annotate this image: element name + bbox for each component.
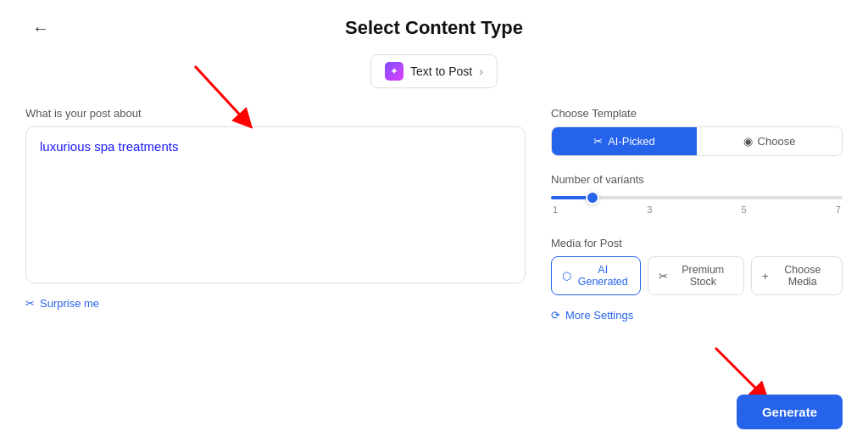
template-ai-picked[interactable]: ✂ AI-Picked: [552, 127, 697, 155]
content-type-label: Text to Post: [410, 64, 472, 78]
media-section: Media for Post ⬡ AI Generated ✂ Premium …: [551, 237, 843, 295]
surprise-icon: ✂: [25, 297, 35, 310]
slider-container: 1 3 5 7: [551, 193, 843, 221]
slider-track: [551, 196, 843, 199]
choose-label: Choose: [758, 135, 796, 148]
more-settings-button[interactable]: ⟳ More Settings: [551, 309, 633, 322]
back-button[interactable]: ←: [25, 15, 56, 42]
surprise-me-label: Surprise me: [40, 297, 99, 310]
slider-label-1: 1: [553, 204, 558, 215]
right-panel: Choose Template ✂ AI-Picked ◉ Choose Num…: [551, 107, 843, 322]
slider-labels: 1 3 5 7: [551, 204, 843, 215]
slider-label-3: 3: [647, 204, 652, 215]
variants-section: Number of variants 1 3 5 7: [551, 173, 843, 221]
page-header: ← Select Content Type: [25, 17, 843, 39]
media-choose-media[interactable]: + Choose Media: [751, 256, 843, 295]
ai-picked-label: AI-Picked: [608, 135, 655, 148]
choose-media-label: Choose Media: [774, 264, 832, 288]
premium-stock-icon: ✂: [659, 270, 668, 283]
media-options: ⬡ AI Generated ✂ Premium Stock + Choose …: [551, 256, 843, 295]
content-type-section: ✦ Text to Post ›: [25, 54, 843, 88]
page-title: Select Content Type: [345, 17, 523, 39]
left-panel: What is your post about ✂ Surprise me: [25, 107, 526, 322]
surprise-me-button[interactable]: ✂ Surprise me: [25, 297, 99, 310]
media-premium-stock[interactable]: ✂ Premium Stock: [648, 256, 745, 295]
main-layout: What is your post about ✂ Surprise me Ch…: [25, 107, 843, 322]
content-type-button[interactable]: ✦ Text to Post ›: [370, 54, 498, 88]
template-label: Choose Template: [551, 107, 843, 120]
post-about-label: What is your post about: [25, 107, 526, 120]
choose-icon: ◉: [743, 135, 753, 148]
media-label: Media for Post: [551, 237, 843, 249]
ai-generated-icon: ⬡: [562, 270, 571, 283]
post-textarea[interactable]: [25, 126, 526, 283]
slider-thumb: [586, 191, 599, 204]
premium-stock-label: Premium Stock: [673, 264, 734, 288]
slider-label-7: 7: [836, 204, 841, 215]
chevron-icon: ›: [479, 64, 483, 78]
generate-button[interactable]: Generate: [737, 395, 843, 429]
ai-generated-label: AI Generated: [576, 264, 630, 288]
more-settings-label: More Settings: [565, 309, 633, 322]
ai-picked-icon: ✂: [593, 135, 603, 148]
template-toggle: ✂ AI-Picked ◉ Choose: [551, 126, 843, 156]
template-choose[interactable]: ◉ Choose: [697, 127, 842, 155]
variants-label: Number of variants: [551, 173, 843, 186]
choose-media-icon: +: [762, 270, 769, 283]
more-settings-icon: ⟳: [551, 309, 560, 322]
slider-label-5: 5: [742, 204, 747, 215]
text-to-post-icon: ✦: [385, 62, 403, 81]
svg-line-1: [715, 348, 762, 395]
media-ai-generated[interactable]: ⬡ AI Generated: [551, 256, 641, 295]
